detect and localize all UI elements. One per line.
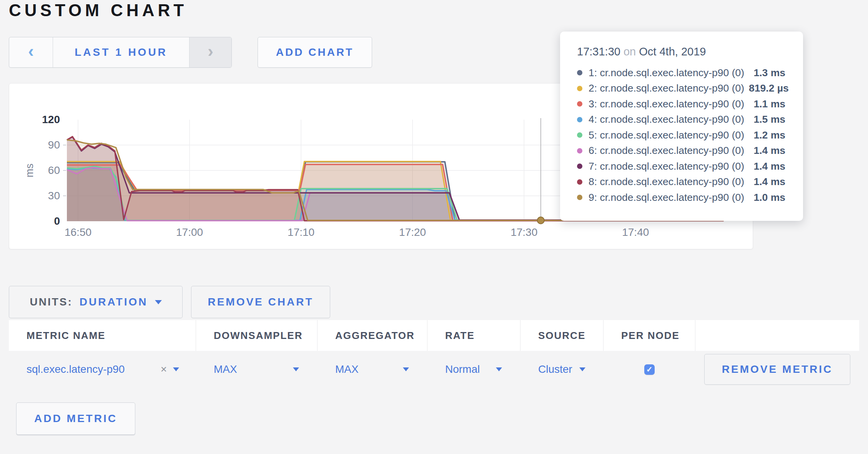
tooltip-on-word: on <box>624 45 636 58</box>
column-header-per-node: PER NODE <box>604 320 695 351</box>
series-label: 1: cr.node.sql.exec.latency-p90 (0) <box>589 67 749 79</box>
chevron-left-icon: ‹ <box>28 43 34 62</box>
y-axis-label: 90 <box>48 139 60 151</box>
chevron-down-icon <box>496 367 502 371</box>
series-label: 6: cr.node.sql.exec.latency-p90 (0) <box>589 145 749 157</box>
per-node-checkbox[interactable]: ✓ <box>644 364 655 375</box>
column-header-aggregator: AGGREGATOR <box>318 320 427 351</box>
tooltip-series-row: 4: cr.node.sql.exec.latency-p90 (0)1.5 m… <box>577 112 785 128</box>
series-value: 819.2 µs <box>749 82 789 94</box>
add-metric-button[interactable]: ADD METRIC <box>16 402 135 435</box>
series-label: 9: cr.node.sql.exec.latency-p90 (0) <box>589 192 749 204</box>
column-header-metric-name: METRIC NAME <box>9 320 196 351</box>
downsampler-value: MAX <box>214 363 237 376</box>
remove-chart-button[interactable]: REMOVE CHART <box>191 286 330 318</box>
downsampler-dropdown[interactable]: MAX <box>196 351 318 388</box>
tooltip-series-row: 3: cr.node.sql.exec.latency-p90 (0)1.1 m… <box>577 96 785 112</box>
time-next-button[interactable]: › <box>190 37 231 67</box>
series-label: 5: cr.node.sql.exec.latency-p90 (0) <box>589 129 749 141</box>
rate-value: Normal <box>445 363 480 376</box>
series-value: 1.4 ms <box>753 160 785 172</box>
aggregator-value: MAX <box>335 363 359 376</box>
series-value: 1.0 ms <box>753 192 785 204</box>
time-prev-button[interactable]: ‹ <box>9 37 53 67</box>
x-axis-label: 16:50 <box>65 226 91 238</box>
time-range-button[interactable]: LAST 1 HOUR <box>53 37 190 67</box>
tooltip-series-row: 6: cr.node.sql.exec.latency-p90 (0)1.4 m… <box>577 143 785 159</box>
metric-name-value[interactable]: sql.exec.latency-p90 <box>27 363 125 376</box>
series-color-dot-icon <box>577 86 582 91</box>
series-color-dot-icon <box>577 101 582 107</box>
remove-metric-cell: REMOVE METRIC <box>695 351 859 388</box>
column-header-downsampler: DOWNSAMPLER <box>196 320 318 351</box>
tooltip-timestamp: 17:31:30 on Oct 4th, 2019 <box>577 45 785 58</box>
series-value: 1.1 ms <box>753 98 785 110</box>
crosshair-dot <box>537 217 544 224</box>
series-color-dot-icon <box>577 132 582 138</box>
page-title: CUSTOM CHART <box>9 1 187 20</box>
tooltip-date: Oct 4th, 2019 <box>639 45 706 58</box>
series-value: 1.4 ms <box>753 176 785 188</box>
x-axis-label: 17:30 <box>510 226 537 238</box>
x-axis-label: 17:10 <box>288 226 314 238</box>
column-header-source: SOURCE <box>520 320 604 351</box>
series-color-dot-icon <box>577 148 582 154</box>
chevron-down-icon[interactable] <box>173 367 179 371</box>
series-color-dot-icon <box>577 195 582 200</box>
tooltip-series-row: 1: cr.node.sql.exec.latency-p90 (0)1.3 m… <box>577 65 785 81</box>
aggregator-dropdown[interactable]: MAX <box>318 351 427 388</box>
series-value: 1.3 ms <box>753 67 785 79</box>
chevron-right-icon: › <box>208 43 213 62</box>
y-axis-label: 0 <box>54 215 60 227</box>
series-label: 7: cr.node.sql.exec.latency-p90 (0) <box>589 160 749 172</box>
x-axis-label: 17:00 <box>176 226 203 238</box>
tooltip-series-row: 8: cr.node.sql.exec.latency-p90 (0)1.4 m… <box>577 174 785 190</box>
column-header-empty <box>695 320 859 351</box>
time-range-selector: ‹ LAST 1 HOUR › <box>9 37 232 68</box>
series-label: 2: cr.node.sql.exec.latency-p90 (0) <box>589 82 744 94</box>
y-axis-label: 30 <box>48 190 60 202</box>
column-header-rate: RATE <box>427 320 520 351</box>
y-axis-label: 120 <box>42 114 60 125</box>
units-value: DURATION <box>80 296 148 308</box>
chevron-down-icon <box>293 367 299 371</box>
chevron-down-icon <box>579 367 585 371</box>
series-value: 1.5 ms <box>753 114 785 125</box>
chart-hover-tooltip: 17:31:30 on Oct 4th, 2019 1: cr.node.sql… <box>560 32 803 221</box>
metrics-table-header: METRIC NAMEDOWNSAMPLERAGGREGATORRATESOUR… <box>9 320 859 351</box>
units-dropdown[interactable]: UNITS: DURATION <box>9 286 183 318</box>
source-value: Cluster <box>538 363 572 376</box>
series-label: 8: cr.node.sql.exec.latency-p90 (0) <box>589 176 749 188</box>
check-icon: ✓ <box>646 366 653 373</box>
y-axis-unit: ms <box>24 164 35 177</box>
tooltip-series-row: 9: cr.node.sql.exec.latency-p90 (0)1.0 m… <box>577 190 785 205</box>
series-color-dot-icon <box>577 70 582 75</box>
series-color-dot-icon <box>577 117 582 122</box>
series-label: 3: cr.node.sql.exec.latency-p90 (0) <box>589 98 749 110</box>
chevron-down-icon <box>403 367 409 371</box>
source-dropdown[interactable]: Cluster <box>520 351 604 388</box>
remove-metric-button[interactable]: REMOVE METRIC <box>704 354 850 385</box>
series-label: 4: cr.node.sql.exec.latency-p90 (0) <box>589 114 749 125</box>
metrics-table-row: sql.exec.latency-p90 × MAX MAX Normal Cl… <box>9 351 859 388</box>
y-axis-label: 60 <box>48 164 60 176</box>
rate-dropdown[interactable]: Normal <box>427 351 520 388</box>
series-color-dot-icon <box>577 179 582 185</box>
x-axis-label: 17:20 <box>399 226 426 238</box>
series-color-dot-icon <box>577 164 582 169</box>
per-node-cell: ✓ <box>604 351 695 388</box>
units-label: UNITS: <box>30 296 72 308</box>
tooltip-series-row: 2: cr.node.sql.exec.latency-p90 (0)819.2… <box>577 81 785 97</box>
x-axis-label: 17:40 <box>622 226 649 238</box>
tooltip-time: 17:31:30 <box>577 45 620 58</box>
add-chart-button[interactable]: ADD CHART <box>258 37 372 68</box>
tooltip-series-row: 7: cr.node.sql.exec.latency-p90 (0)1.4 m… <box>577 159 785 174</box>
series-value: 1.2 ms <box>753 129 785 141</box>
metric-name-dropdown[interactable]: sql.exec.latency-p90 × <box>9 351 196 388</box>
clear-metric-icon[interactable]: × <box>161 363 167 376</box>
chevron-down-icon <box>155 300 162 304</box>
tooltip-series-list: 1: cr.node.sql.exec.latency-p90 (0)1.3 m… <box>577 65 785 205</box>
tooltip-series-row: 5: cr.node.sql.exec.latency-p90 (0)1.2 m… <box>577 127 785 143</box>
series-value: 1.4 ms <box>753 145 785 157</box>
